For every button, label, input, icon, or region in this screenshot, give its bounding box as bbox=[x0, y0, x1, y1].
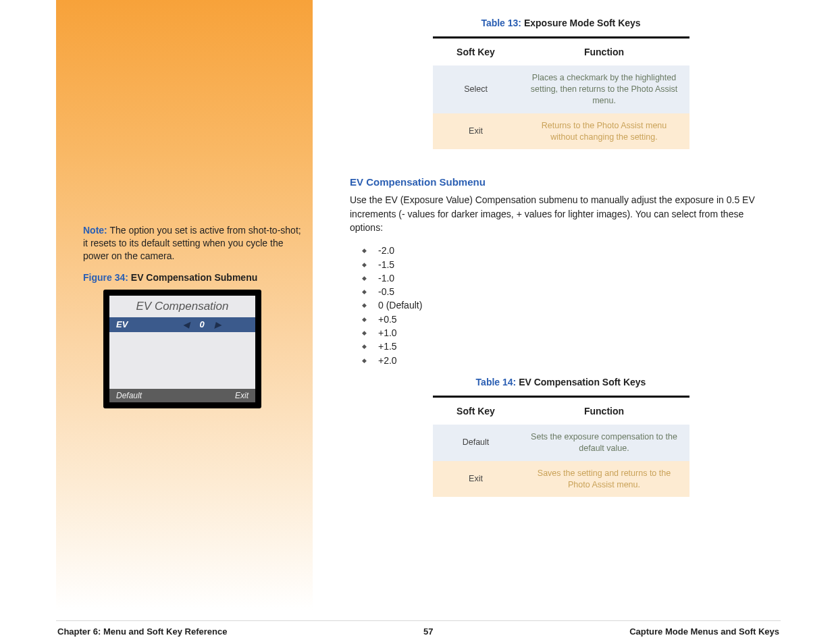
table-13-label: Table 13: bbox=[481, 18, 521, 28]
lcd-row-value: 0 bbox=[192, 319, 212, 329]
page-footer: Chapter 6: Menu and Soft Key Reference 5… bbox=[56, 626, 781, 637]
table-row: Exit Returns to the Photo Assist menu wi… bbox=[433, 113, 689, 150]
list-item: +0.5 bbox=[362, 313, 772, 326]
table-cell: Places a checkmark by the highlighted se… bbox=[519, 65, 689, 113]
table-row: Exit Saves the setting and returns to th… bbox=[433, 461, 689, 498]
section-heading: EV Compensation Submenu bbox=[350, 176, 772, 188]
table-header: Function bbox=[519, 38, 689, 66]
note-text: The option you set is active from shot-t… bbox=[83, 225, 301, 261]
figure-title: EV Compensation Submenu bbox=[128, 272, 257, 283]
note-paragraph: Note: The option you set is active from … bbox=[83, 224, 306, 263]
table-14-wrap: Table 14: EV Compensation Soft Keys Soft… bbox=[433, 377, 689, 498]
table-13-wrap: Table 13: Exposure Mode Soft Keys Soft K… bbox=[433, 18, 689, 149]
list-item: -1.5 bbox=[362, 258, 772, 271]
list-item: +1.0 bbox=[362, 326, 772, 340]
table-header: Soft Key bbox=[433, 38, 519, 66]
table-cell: Returns to the Photo Assist menu without… bbox=[519, 113, 689, 150]
table-13: Soft Key Function Select Places a checkm… bbox=[433, 36, 689, 149]
ev-options-list: -2.0 -1.5 -1.0 -0.5 0 (Default) +0.5 +1.… bbox=[362, 244, 772, 367]
table-row: Default Sets the exposure compensation t… bbox=[433, 425, 689, 461]
lcd-title: EV Compensation bbox=[109, 300, 255, 313]
table-header: Function bbox=[519, 396, 689, 425]
lcd-softkey-left: Default bbox=[116, 391, 142, 400]
lcd-softkey-bar: Default Exit bbox=[109, 389, 255, 402]
list-item: -1.0 bbox=[362, 271, 772, 285]
lcd-selected-row: EV ◀ 0 ▶ bbox=[109, 317, 255, 332]
list-item: 0 (Default) bbox=[362, 298, 772, 312]
footer-left: Chapter 6: Menu and Soft Key Reference bbox=[57, 626, 227, 637]
table-cell: Saves the setting and returns to the Pho… bbox=[519, 461, 689, 498]
left-column: Note: The option you set is active from … bbox=[83, 224, 306, 408]
table-cell: Default bbox=[433, 425, 519, 461]
section-body: Use the EV (Exposure Value) Compensation… bbox=[350, 193, 772, 234]
table-13-title: Exposure Mode Soft Keys bbox=[521, 18, 641, 28]
list-item: +2.0 bbox=[362, 354, 772, 367]
table-14-title: EV Compensation Soft Keys bbox=[516, 377, 646, 387]
table-cell: Exit bbox=[433, 461, 519, 498]
footer-right: Capture Mode Menus and Soft Keys bbox=[629, 626, 779, 637]
table-14-caption: Table 14: EV Compensation Soft Keys bbox=[433, 377, 689, 387]
table-13-caption: Table 13: Exposure Mode Soft Keys bbox=[433, 18, 689, 28]
table-row: Select Places a checkmark by the highlig… bbox=[433, 65, 689, 113]
footer-page-number: 57 bbox=[423, 626, 433, 637]
note-label: Note: bbox=[83, 225, 107, 236]
right-column: Table 13: Exposure Mode Soft Keys Soft K… bbox=[350, 18, 772, 524]
table-14-label: Table 14: bbox=[476, 377, 517, 387]
page: Note: The option you set is active from … bbox=[56, 0, 781, 621]
lcd-softkey-right: Exit bbox=[235, 391, 249, 400]
list-item: -2.0 bbox=[362, 244, 772, 257]
table-cell: Select bbox=[433, 65, 519, 113]
list-item: +1.5 bbox=[362, 340, 772, 353]
lcd-row-label: EV bbox=[116, 319, 180, 329]
list-item: -0.5 bbox=[362, 285, 772, 298]
table-row: Soft Key Function bbox=[433, 396, 689, 425]
table-row: Soft Key Function bbox=[433, 38, 689, 66]
table-14: Soft Key Function Default Sets the expos… bbox=[433, 396, 689, 498]
arrow-right-icon: ▶ bbox=[212, 320, 224, 329]
table-cell: Sets the exposure compensation to the de… bbox=[519, 425, 689, 461]
lcd-frame: EV Compensation EV ◀ 0 ▶ Default Exit bbox=[103, 290, 261, 408]
table-cell: Exit bbox=[433, 113, 519, 150]
figure-caption: Figure 34: EV Compensation Submenu bbox=[83, 272, 306, 283]
table-header: Soft Key bbox=[433, 396, 519, 425]
figure-label: Figure 34: bbox=[83, 272, 128, 283]
arrow-left-icon: ◀ bbox=[180, 320, 192, 329]
lcd-screen: EV Compensation EV ◀ 0 ▶ Default Exit bbox=[109, 296, 255, 402]
